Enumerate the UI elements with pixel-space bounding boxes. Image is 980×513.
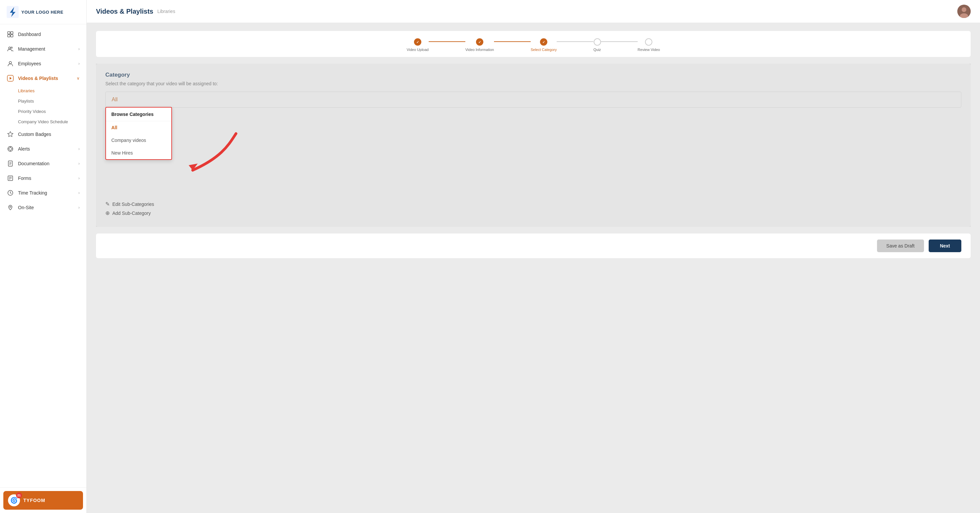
sidebar-item-label: Employees — [18, 61, 41, 66]
sidebar-item-label: Alerts — [18, 146, 30, 152]
bottom-action-bar: Save as Draft Next — [96, 233, 970, 258]
sidebar-item-label: Videos & Playlists — [18, 76, 58, 81]
svg-rect-3 — [8, 35, 10, 37]
logo-icon — [7, 6, 19, 18]
svg-marker-32 — [189, 164, 198, 170]
step-label: Review Video — [638, 48, 660, 52]
sidebar-item-videos-playlists[interactable]: Videos & Playlists ∨ — [0, 71, 86, 86]
step-circle: ✓ — [540, 38, 547, 46]
edit-icon: ✎ — [105, 201, 110, 207]
tyfoom-section: 🌀 21 TYFOOM — [0, 488, 86, 513]
videos-subnav: Libraries Playlists Priority Videos Comp… — [0, 86, 86, 127]
chevron-icon: › — [78, 205, 80, 210]
svg-point-6 — [11, 47, 12, 48]
browse-item-new-hires[interactable]: New Hires — [106, 146, 171, 159]
sidebar-item-label: Forms — [18, 176, 31, 181]
doc-icon — [7, 160, 14, 167]
sidebar-item-label: Time Tracking — [18, 190, 47, 195]
sub-actions: ✎ Edit Sub-Categories ⊕ Add Sub-Category — [105, 201, 961, 216]
chevron-icon: › — [78, 176, 80, 181]
arrow-annotation — [163, 130, 243, 190]
avatar[interactable] — [957, 5, 970, 18]
badge-icon — [7, 130, 14, 138]
svg-point-30 — [962, 7, 966, 12]
step-circle — [593, 38, 601, 46]
sidebar-item-label: Custom Badges — [18, 132, 51, 137]
grid-icon — [7, 31, 14, 38]
svg-point-5 — [9, 47, 11, 49]
svg-rect-2 — [11, 32, 13, 34]
subnav-company-video-schedule[interactable]: Company Video Schedule — [0, 117, 86, 127]
chevron-icon: › — [78, 161, 80, 166]
step-line — [494, 41, 531, 42]
svg-rect-1 — [8, 32, 10, 34]
page-title: Videos & Playlists — [96, 8, 153, 15]
step-select-category: ✓ Select Category — [531, 38, 557, 52]
step-video-upload: ✓ Video Upload — [407, 38, 429, 52]
category-description: Select the category that your video will… — [105, 81, 961, 86]
content-area: ✓ Video Upload ✓ Video Information ✓ Sel… — [87, 23, 980, 513]
add-sub-category[interactable]: ⊕ Add Sub-Category — [105, 210, 961, 216]
step-quiz: Quiz — [593, 38, 601, 52]
browse-item-company-videos[interactable]: Company videos — [106, 134, 171, 146]
svg-marker-9 — [10, 77, 12, 79]
logo-area[interactable]: YOUR LOGO HERE — [0, 0, 86, 24]
tyfoom-label: TYFOOM — [23, 498, 45, 503]
form-icon — [7, 175, 14, 182]
sidebar-item-alerts[interactable]: Alerts › — [0, 141, 86, 156]
next-button[interactable]: Next — [929, 240, 961, 252]
category-selected-value[interactable]: All — [105, 92, 961, 108]
sidebar-item-label: Documentation — [18, 161, 49, 166]
chevron-icon: › — [78, 146, 80, 151]
edit-sub-categories-label: Edit Sub-Categories — [112, 202, 154, 207]
stepper: ✓ Video Upload ✓ Video Information ✓ Sel… — [96, 31, 970, 57]
clock-icon — [7, 189, 14, 197]
category-title: Category — [105, 71, 961, 78]
browse-header: Browse Categories — [106, 108, 171, 121]
subnav-priority-videos[interactable]: Priority Videos — [0, 106, 86, 117]
step-line — [557, 41, 593, 42]
svg-point-7 — [10, 62, 12, 64]
main-content: Videos & Playlists Libraries ✓ Video Upl… — [87, 0, 980, 513]
sidebar-item-employees[interactable]: Employees › — [0, 56, 86, 71]
sidebar-item-dashboard[interactable]: Dashboard — [0, 27, 86, 41]
step-circle — [645, 38, 652, 46]
svg-point-28 — [10, 206, 11, 208]
subnav-libraries[interactable]: Libraries — [0, 86, 86, 96]
sidebar-item-management[interactable]: Management › — [0, 41, 86, 56]
sidebar-item-time-tracking[interactable]: Time Tracking › — [0, 186, 86, 200]
step-label: Video Information — [465, 48, 494, 52]
person-icon — [7, 60, 14, 67]
step-circle: ✓ — [414, 38, 422, 46]
tyfoom-button[interactable]: 🌀 21 TYFOOM — [3, 491, 83, 510]
users-icon — [7, 45, 14, 52]
tyfoom-icon: 🌀 21 — [8, 494, 20, 506]
logo-text: YOUR LOGO HERE — [21, 10, 63, 15]
step-line — [429, 41, 465, 42]
step-label: Video Upload — [407, 48, 429, 52]
chevron-down-icon: ∨ — [77, 76, 80, 81]
sidebar-item-documentation[interactable]: Documentation › — [0, 156, 86, 171]
sidebar-item-label: Dashboard — [18, 32, 41, 37]
alert-icon — [7, 145, 14, 152]
svg-line-27 — [10, 193, 11, 194]
sidebar: YOUR LOGO HERE Dashboard — [0, 0, 87, 513]
step-label: Select Category — [531, 48, 557, 52]
location-icon — [7, 204, 14, 211]
sidebar-nav: Dashboard Management › — [0, 24, 86, 488]
sidebar-item-label: Management — [18, 46, 45, 52]
sidebar-item-on-site[interactable]: On-Site › — [0, 200, 86, 215]
category-panel: Category Select the category that your v… — [96, 64, 970, 227]
step-label: Quiz — [593, 48, 601, 52]
sidebar-item-forms[interactable]: Forms › — [0, 171, 86, 186]
sidebar-item-label: On-Site — [18, 205, 33, 210]
add-icon: ⊕ — [105, 210, 110, 216]
tyfoom-badge: 21 — [16, 492, 22, 498]
sidebar-item-custom-badges[interactable]: Custom Badges — [0, 127, 86, 141]
edit-sub-categories[interactable]: ✎ Edit Sub-Categories — [105, 201, 961, 207]
save-draft-button[interactable]: Save as Draft — [877, 240, 924, 252]
breadcrumb: Libraries — [158, 9, 175, 14]
subnav-playlists[interactable]: Playlists — [0, 96, 86, 106]
add-sub-category-label: Add Sub-Category — [112, 211, 151, 216]
browse-item-all[interactable]: All — [106, 121, 171, 134]
